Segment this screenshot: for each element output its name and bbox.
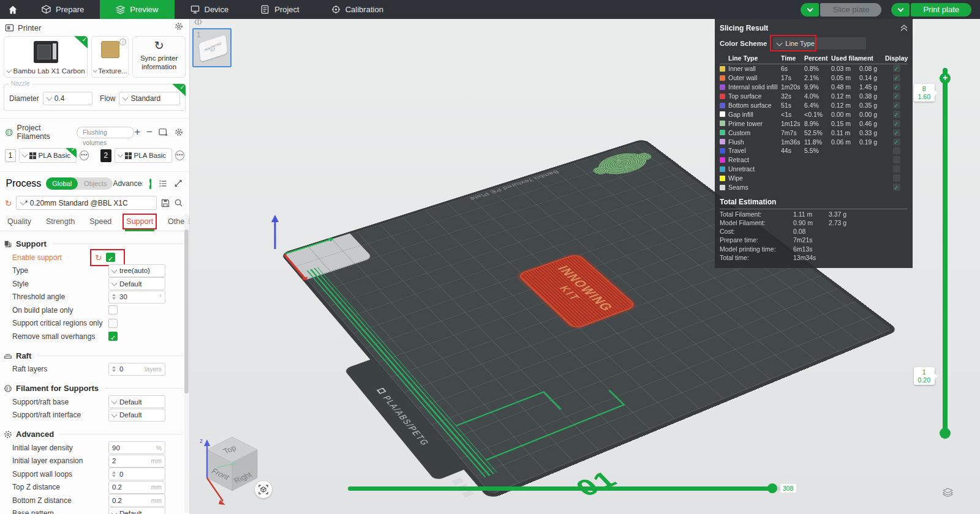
- setting-input[interactable]: 0.2mm: [108, 494, 165, 507]
- scope-global[interactable]: Global: [46, 177, 78, 190]
- printer-model-card[interactable]: Bambu Lab X1 Carbon: [4, 36, 88, 78]
- collapse-panel-icon[interactable]: [900, 23, 908, 34]
- display-checkbox[interactable]: [893, 138, 900, 146]
- total-label: Model printing time:: [720, 245, 793, 253]
- line-type-used_g: 1.45 g: [859, 83, 885, 91]
- spinner-arrows-icon[interactable]: [112, 471, 116, 477]
- display-checkbox[interactable]: [893, 165, 900, 173]
- tab-project[interactable]: Project: [244, 0, 315, 19]
- setting-dropdown[interactable]: Default: [108, 395, 165, 408]
- move-slider-handle[interactable]: [767, 483, 777, 493]
- print-plate-dropdown-button[interactable]: [891, 3, 910, 17]
- tab-strength[interactable]: Strength: [46, 217, 75, 226]
- plate-type-card[interactable]: i Texture...: [91, 36, 129, 78]
- display-checkbox[interactable]: [893, 74, 900, 81]
- advanced-toggle[interactable]: [149, 179, 151, 189]
- display-checkbox[interactable]: [893, 129, 900, 136]
- sync-printer-button[interactable]: ↻ Sync printer information: [132, 36, 186, 78]
- navigation-cube[interactable]: Top Front Right z: [198, 430, 267, 510]
- line-type-used_m: 0.00 m: [831, 111, 859, 118]
- selected-check-icon: [172, 84, 186, 96]
- reset-preset-icon[interactable]: ↻: [5, 198, 12, 208]
- setting-spinner[interactable]: 30°: [108, 291, 165, 304]
- layer-slider[interactable]: + 81.60 10.20: [940, 68, 951, 438]
- remove-filament-button[interactable]: −: [146, 126, 153, 138]
- display-checkbox[interactable]: [893, 174, 900, 182]
- gear-icon[interactable]: [175, 128, 183, 136]
- setting-input[interactable]: 0.2mm: [108, 481, 165, 494]
- collapse-thumbnails-icon[interactable]: [192, 19, 232, 26]
- plate-1-thumbnail[interactable]: 1 INNOWINGKIT: [192, 28, 232, 67]
- display-checkbox[interactable]: [893, 65, 900, 72]
- process-preset-select[interactable]: * 0.20mm Standard @BBL X1C: [16, 196, 157, 210]
- tab-preview[interactable]: Preview: [100, 0, 174, 19]
- spinner-arrows-icon[interactable]: [112, 294, 116, 300]
- setting-checkbox[interactable]: [108, 319, 118, 328]
- printer-settings-button[interactable]: [175, 22, 183, 33]
- setting-input[interactable]: 90%: [108, 441, 165, 454]
- ams-sync-icon[interactable]: [159, 128, 168, 136]
- setting-checkbox[interactable]: [108, 305, 118, 315]
- printed-model[interactable]: INNOWING KIT: [516, 253, 638, 330]
- selected-check-icon: [74, 36, 88, 48]
- sidebar-scrollbar[interactable]: [184, 214, 189, 513]
- save-preset-icon[interactable]: [160, 198, 170, 208]
- display-checkbox[interactable]: [893, 83, 900, 91]
- slice-plate-button[interactable]: Slice plate: [820, 3, 881, 17]
- snapshot-button[interactable]: [255, 481, 272, 498]
- setting-dropdown[interactable]: Default: [108, 507, 165, 514]
- filament-2-select[interactable]: PLA Basic: [115, 148, 173, 163]
- tab-speed[interactable]: Speed: [89, 217, 111, 226]
- filament-2-more-button[interactable]: •••: [175, 151, 184, 160]
- process-scope-toggle[interactable]: Global Objects: [46, 177, 113, 190]
- flow-select[interactable]: Standard: [119, 92, 180, 105]
- setting-label: Support wall loops: [12, 470, 72, 479]
- setting-row: Support critical regions only: [0, 317, 189, 330]
- scope-objects[interactable]: Objects: [78, 177, 113, 190]
- flushing-volumes-button[interactable]: Flushing volumes: [77, 127, 134, 138]
- tab-prepare[interactable]: Prepare: [26, 0, 100, 19]
- nozzle-diameter-select[interactable]: 0.4: [43, 92, 92, 105]
- reset-setting-icon[interactable]: ↻: [95, 253, 102, 263]
- setting-dropdown[interactable]: tree(auto): [108, 264, 165, 277]
- setting-dropdown[interactable]: Default: [108, 277, 165, 290]
- color-scheme-select[interactable]: Line Type: [773, 37, 866, 50]
- setting-input[interactable]: 2mm: [108, 455, 165, 467]
- move-slider[interactable]: 308: [348, 483, 784, 493]
- info-icon[interactable]: i: [119, 39, 126, 45]
- tab-device[interactable]: Device: [175, 0, 245, 19]
- filament-1-select[interactable]: PLA Basic: [19, 148, 77, 163]
- filament-1-more-button[interactable]: •••: [80, 151, 89, 160]
- home-button[interactable]: [0, 0, 26, 19]
- display-checkbox[interactable]: [893, 147, 900, 154]
- tab-support[interactable]: Support: [126, 217, 153, 226]
- tab-calibration[interactable]: Calibration: [315, 0, 399, 19]
- 3d-viewport[interactable]: Bambu Textured PE Plate INNOWING KIT 01 …: [190, 19, 980, 514]
- layer-slider-bottom-handle[interactable]: [940, 428, 951, 439]
- setting-checkbox[interactable]: [106, 253, 115, 262]
- add-filament-button[interactable]: +: [134, 126, 140, 138]
- tab-quality[interactable]: Quality: [7, 217, 31, 226]
- view-all-params-icon[interactable]: [159, 179, 168, 188]
- display-checkbox[interactable]: [893, 156, 900, 163]
- chevron-down-icon: [111, 398, 118, 404]
- setting-unit: mm: [151, 457, 162, 464]
- search-icon[interactable]: [174, 198, 183, 207]
- display-checkbox[interactable]: [893, 184, 900, 191]
- display-checkbox[interactable]: [893, 92, 900, 100]
- compare-presets-icon[interactable]: [174, 179, 183, 188]
- layers-icon[interactable]: [943, 488, 953, 497]
- spinner-arrows-icon[interactable]: [112, 366, 116, 372]
- display-checkbox[interactable]: [893, 111, 900, 118]
- setting-dropdown[interactable]: Default: [108, 409, 165, 422]
- display-checkbox[interactable]: [893, 120, 900, 127]
- display-checkbox[interactable]: [893, 102, 900, 109]
- setting-spinner[interactable]: 0layers: [108, 363, 165, 376]
- layer-slider-top-handle[interactable]: +: [940, 73, 951, 84]
- prime-tower-model[interactable]: [591, 149, 654, 179]
- setting-checkbox[interactable]: [108, 332, 118, 341]
- scrollbar-thumb[interactable]: [184, 229, 189, 393]
- print-plate-button[interactable]: Print plate: [911, 3, 971, 17]
- slice-plate-dropdown-button[interactable]: [801, 3, 819, 17]
- setting-spinner[interactable]: 0: [108, 467, 165, 480]
